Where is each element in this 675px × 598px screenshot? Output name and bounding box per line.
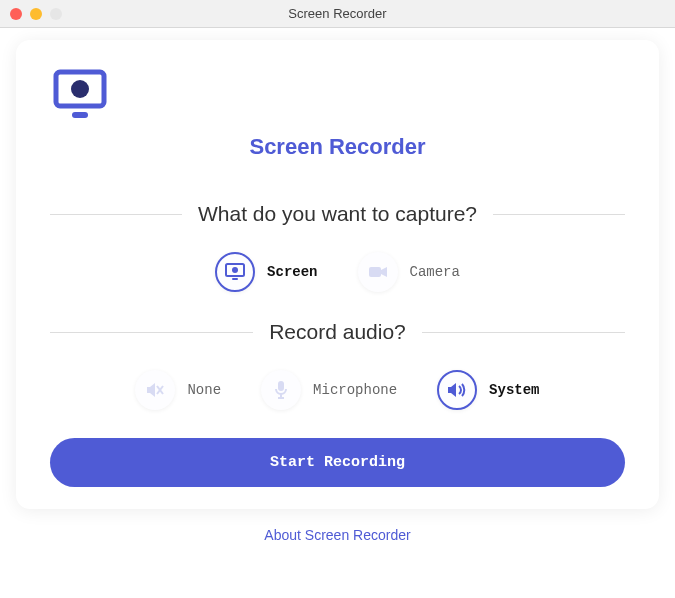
- divider: [493, 214, 625, 215]
- audio-section: Record audio? None: [50, 320, 625, 410]
- audio-option-label: None: [187, 382, 221, 398]
- mute-icon: [145, 382, 165, 398]
- svg-rect-2: [72, 112, 88, 118]
- capture-option-label: Screen: [267, 264, 317, 280]
- divider: [50, 332, 253, 333]
- audio-option-label: Microphone: [313, 382, 397, 398]
- microphone-icon: [274, 380, 288, 400]
- audio-option-microphone[interactable]: Microphone: [261, 370, 397, 410]
- capture-option-label: Camera: [410, 264, 460, 280]
- maximize-window-button[interactable]: [50, 8, 62, 20]
- audio-option-system[interactable]: System: [437, 370, 539, 410]
- main-card: Screen Recorder What do you want to capt…: [16, 40, 659, 509]
- speaker-icon: [446, 381, 468, 399]
- audio-options: None Microphone: [50, 370, 625, 410]
- app-heading: Screen Recorder: [50, 134, 625, 160]
- audio-option-none[interactable]: None: [135, 370, 221, 410]
- divider: [50, 214, 182, 215]
- camera-icon: [368, 265, 388, 279]
- svg-rect-5: [232, 278, 238, 280]
- svg-rect-9: [278, 381, 284, 391]
- screen-icon: [225, 263, 245, 281]
- capture-heading: What do you want to capture?: [198, 202, 477, 226]
- window-title: Screen Recorder: [0, 6, 675, 21]
- capture-option-screen[interactable]: Screen: [215, 252, 317, 292]
- svg-point-1: [71, 80, 89, 98]
- divider: [422, 332, 625, 333]
- capture-options: Screen Camera: [50, 252, 625, 292]
- titlebar: Screen Recorder: [0, 0, 675, 28]
- svg-rect-6: [369, 267, 381, 277]
- close-window-button[interactable]: [10, 8, 22, 20]
- monitor-record-icon: [50, 68, 625, 124]
- window-controls: [10, 8, 62, 20]
- audio-option-label: System: [489, 382, 539, 398]
- capture-option-camera[interactable]: Camera: [358, 252, 460, 292]
- start-recording-button[interactable]: Start Recording: [50, 438, 625, 487]
- app-logo: [50, 68, 625, 124]
- svg-point-4: [232, 267, 238, 273]
- about-link[interactable]: About Screen Recorder: [0, 527, 675, 543]
- audio-heading: Record audio?: [269, 320, 406, 344]
- capture-section: What do you want to capture? Screen: [50, 202, 625, 292]
- minimize-window-button[interactable]: [30, 8, 42, 20]
